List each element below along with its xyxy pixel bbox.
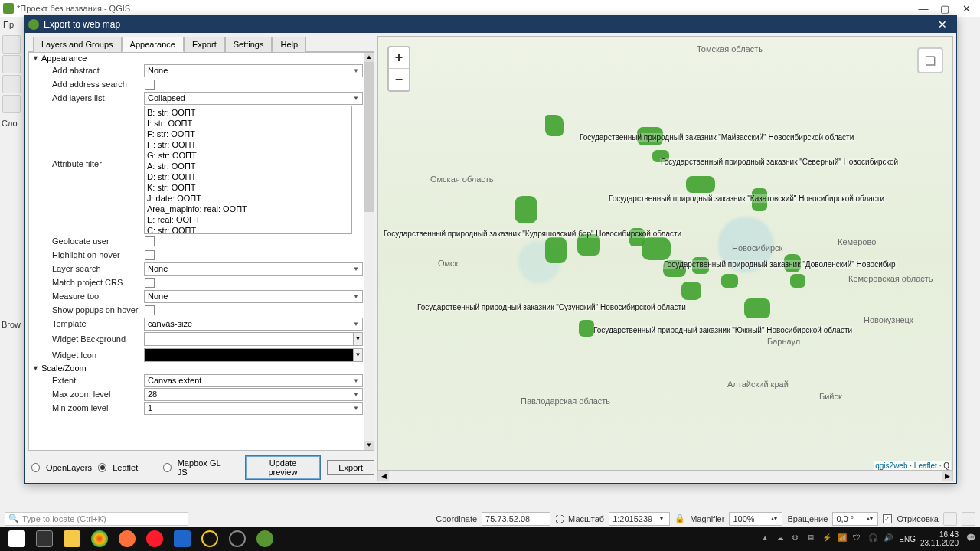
list-item[interactable]: F: str: ООПТ: [147, 129, 349, 139]
label-min-zoom: Min zoom level: [29, 403, 144, 412]
dropdown-extent[interactable]: Canvas extent▼: [144, 374, 363, 387]
list-item[interactable]: H: str: ООПТ: [147, 139, 349, 150]
attrib-link[interactable]: Leaflet: [914, 461, 937, 470]
tray-icon[interactable]: ▲: [761, 533, 772, 544]
scroll-down-icon[interactable]: ▼: [364, 441, 374, 450]
checkbox-add-address[interactable]: [145, 80, 155, 90]
taskbar-app[interactable]: [168, 528, 196, 549]
list-item[interactable]: G: str: ООПТ: [147, 150, 349, 161]
magnifier-field[interactable]: 100%▴▾: [729, 512, 782, 526]
tool-button[interactable]: [2, 55, 21, 73]
tab-export[interactable]: Export: [184, 37, 225, 52]
dropdown-measure[interactable]: None▼: [144, 290, 363, 303]
dropdown-template[interactable]: canvas-size▼: [144, 318, 363, 331]
zoom-in-button[interactable]: +: [389, 47, 409, 69]
dropdown-max-zoom[interactable]: 28▼: [144, 388, 363, 401]
checkbox-match-crs[interactable]: [145, 278, 155, 288]
taskbar-app[interactable]: [141, 528, 168, 549]
taskbar-app[interactable]: [113, 528, 141, 549]
crs-button[interactable]: [943, 512, 957, 526]
tray-clock[interactable]: 16:43 23.11.2020: [920, 530, 962, 547]
properties-panel: ▲ ▼ ▼ Appearance Add abstract None▼ Add …: [28, 52, 374, 451]
dropdown-min-zoom[interactable]: 1▼: [144, 402, 363, 415]
checkbox-geolocate[interactable]: [145, 236, 155, 246]
scrollbar-thumb[interactable]: [364, 53, 374, 212]
radio-mapbox[interactable]: [163, 463, 172, 472]
menu-item[interactable]: Пр: [3, 20, 14, 29]
taskview-button[interactable]: [31, 528, 58, 549]
tray-icon[interactable]: ⚡: [822, 533, 833, 544]
section-appearance[interactable]: ▼ Appearance: [29, 53, 374, 64]
tray-icon[interactable]: 🛡: [853, 533, 864, 544]
taskbar-app[interactable]: [86, 528, 113, 549]
zoom-out-button[interactable]: −: [389, 69, 409, 90]
chevron-down-icon: ▼: [351, 67, 361, 74]
label-attribute-filter: Attribute filter: [29, 106, 144, 168]
tab-settings[interactable]: Settings: [225, 37, 273, 52]
coordinate-field[interactable]: 75.73,52.08: [482, 512, 550, 526]
tool-button[interactable]: [2, 35, 21, 54]
export-button[interactable]: Export: [327, 460, 374, 475]
tab-appearance[interactable]: Appearance: [122, 37, 184, 52]
tab-help[interactable]: Help: [272, 37, 306, 52]
tray-icon[interactable]: 📶: [838, 533, 848, 544]
close-icon[interactable]: ✕: [932, 18, 953, 31]
map-city-label: Барнаул: [767, 337, 800, 346]
tray-lang[interactable]: ENG: [899, 535, 916, 543]
taskbar-app[interactable]: [224, 528, 251, 549]
tray-icon[interactable]: ☁: [776, 533, 787, 544]
dialog-titlebar[interactable]: Export to web map ✕: [25, 16, 956, 33]
horizontal-scrollbar[interactable]: ◀ ▶: [377, 471, 953, 481]
list-item[interactable]: A: str: ООПТ: [147, 161, 349, 171]
tray-icon[interactable]: 🖥: [807, 533, 818, 544]
tool-button[interactable]: [2, 95, 21, 113]
scroll-up-icon[interactable]: ▲: [364, 53, 374, 62]
checkbox-highlight[interactable]: [145, 250, 155, 260]
taskbar-app[interactable]: [58, 528, 86, 549]
taskbar-app[interactable]: [196, 528, 224, 549]
color-widget-bg[interactable]: ▼: [144, 332, 363, 346]
list-item[interactable]: D: str: ООПТ: [147, 171, 349, 182]
maximize-button[interactable]: ▢: [934, 3, 956, 15]
list-item[interactable]: K: str: ООПТ: [147, 182, 349, 193]
tray-icon[interactable]: 🔊: [884, 533, 894, 544]
lock-icon[interactable]: 🔒: [675, 514, 685, 523]
list-item[interactable]: C: str: ООПТ: [147, 225, 349, 236]
attrib-link[interactable]: qgis2web: [875, 461, 907, 470]
scroll-left-icon[interactable]: ◀: [378, 471, 389, 481]
radio-leaflet[interactable]: [98, 463, 106, 472]
minimize-button[interactable]: —: [913, 3, 934, 15]
map-preview[interactable]: Томская область Омская область Омск Ново…: [377, 36, 953, 471]
notifications-icon[interactable]: 💬: [966, 533, 977, 544]
messages-button[interactable]: [962, 512, 975, 526]
list-item[interactable]: I: str: ООПТ: [147, 118, 349, 129]
checkbox-popups[interactable]: [145, 305, 155, 315]
taskbar-app-qgis[interactable]: [251, 528, 279, 549]
list-item[interactable]: E: real: ООПТ: [147, 214, 349, 225]
scale-field[interactable]: 1:2015239▾: [609, 512, 670, 526]
update-preview-button[interactable]: Update preview: [245, 455, 322, 480]
scroll-right-icon[interactable]: ▶: [942, 471, 952, 481]
list-item[interactable]: Area_mapinfo: real: ООПТ: [147, 204, 349, 214]
list-item[interactable]: J: date: ООПТ: [147, 193, 349, 204]
tray-icon[interactable]: ⚙: [792, 533, 802, 544]
dropdown-layers-list[interactable]: Collapsed▼: [144, 92, 363, 105]
dropdown-layer-search[interactable]: None▼: [144, 262, 363, 276]
tray-icon[interactable]: 🎧: [868, 533, 879, 544]
tab-layers[interactable]: Layers and Groups: [33, 37, 122, 52]
attribute-filter-list[interactable]: B: str: ООПТ I: str: ООПТ F: str: ООПТ H…: [144, 106, 352, 234]
rotation-field[interactable]: 0,0 °▴▾: [832, 512, 878, 526]
locator-input[interactable]: 🔍 Type to locate (Ctrl+K): [5, 512, 188, 526]
start-button[interactable]: [3, 528, 31, 549]
layers-control-icon[interactable]: ❏: [917, 47, 943, 73]
dropdown-add-abstract[interactable]: None▼: [144, 64, 363, 77]
section-scale[interactable]: ▼ Scale/Zoom: [29, 363, 374, 373]
tool-button[interactable]: [2, 75, 21, 93]
radio-openlayers[interactable]: [31, 463, 40, 472]
color-widget-icon[interactable]: ▼: [144, 348, 363, 362]
map-city-label: Павлодарская область: [521, 396, 610, 406]
extents-icon[interactable]: ⛶: [555, 514, 564, 523]
checkbox-render[interactable]: ✓: [883, 514, 892, 523]
list-item[interactable]: B: str: ООПТ: [147, 107, 349, 118]
close-button[interactable]: ✕: [956, 3, 977, 15]
